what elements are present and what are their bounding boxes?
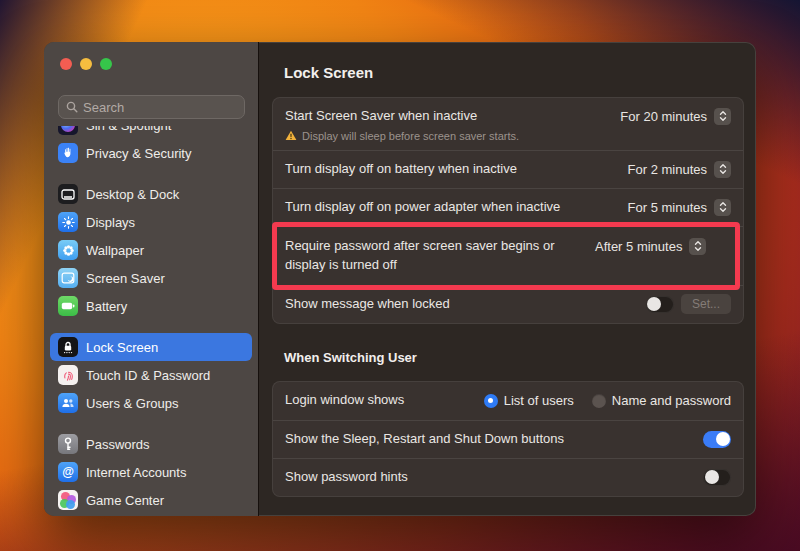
switching-user-settings-group: Login window shows List of users Name an… [272,381,744,497]
selected-value: For 5 minutes [628,200,707,215]
sidebar-item-lock-screen[interactable]: Lock Screen [50,333,252,361]
row-label: Show the Sleep, Restart and Shut Down bu… [285,430,703,449]
row-start-screen-saver: Start Screen Saver when inactive For 20 … [273,98,743,150]
lock-screen-settings-group: Start Screen Saver when inactive For 20 … [272,97,744,324]
row-require-password: Require password after screen saver begi… [273,226,743,285]
row-label: Show password hints [285,468,703,487]
up-down-chevrons-icon [719,163,727,175]
row-show-sleep-restart-shutdown: Show the Sleep, Restart and Shut Down bu… [273,420,743,458]
sidebar-item-game-center[interactable]: Game Center [50,486,252,514]
zoom-button[interactable] [100,58,112,70]
sidebar-item-displays[interactable]: Displays [50,208,252,236]
selected-value: For 2 minutes [628,162,707,177]
sidebar-item-wallpaper[interactable]: Wallpaper [50,236,252,264]
radio-list-of-users[interactable]: List of users [484,393,574,408]
sidebar-item-label: Wallpaper [86,243,144,258]
radio-selected-icon [484,394,498,408]
row-display-off-power-adapter: Turn display off on power adapter when i… [273,188,743,226]
warning-text: Display will sleep before screen saver s… [302,130,519,142]
game-center-icon [58,490,78,510]
privacy-hand-icon [58,143,78,163]
row-display-off-battery: Turn display off on battery when inactiv… [273,150,743,188]
page-title: Lock Screen [284,64,744,81]
sidebar-item-label: Displays [86,215,135,230]
users-icon [58,393,78,413]
lock-screen-pane: Lock Screen Start Screen Saver when inac… [259,42,756,516]
fingerprint-icon [58,365,78,385]
up-down-chevrons-icon [694,240,702,252]
at-sign-icon: @ [58,462,78,482]
sidebar-item-desktop-dock[interactable]: Desktop & Dock [50,180,252,208]
row-label: Show message when locked [285,295,646,314]
sidebar-item-label: Internet Accounts [86,465,186,480]
sidebar-group-gap [50,320,252,333]
screen-saver-icon [58,268,78,288]
sidebar-item-touch-id-password[interactable]: Touch ID & Password [50,361,252,389]
up-down-chevrons-icon [719,110,727,122]
stepper-control[interactable] [714,161,731,178]
system-settings-window: Search Siri & Spotlight Privacy & Securi… [44,42,756,516]
search-icon [66,101,78,113]
battery-icon [58,296,78,316]
window-controls [60,58,112,70]
wallpaper-flower-icon [58,240,78,260]
selected-value: For 20 minutes [620,109,707,124]
sidebar-item-label: Game Center [86,493,164,508]
row-label: Turn display off on battery when inactiv… [285,160,628,179]
search-placeholder: Search [83,100,124,115]
radio-name-and-password[interactable]: Name and password [592,393,731,408]
sidebar-item-battery[interactable]: Battery [50,292,252,320]
sidebar-item-privacy-security[interactable]: Privacy & Security [50,139,252,167]
warning-caption: Display will sleep before screen saver s… [285,130,731,142]
selected-value: After 5 minutes [595,239,682,254]
sidebar-item-label: Battery [86,299,127,314]
sidebar-item-label: Privacy & Security [86,146,191,161]
warning-icon [285,130,297,141]
password-hints-toggle[interactable] [703,469,731,486]
set-message-button[interactable]: Set... [681,294,731,314]
row-show-message-when-locked: Show message when locked Set... [273,285,743,323]
sidebar-group-gap [50,417,252,430]
sidebar-item-label: Passwords [86,437,150,452]
minimize-button[interactable] [80,58,92,70]
close-button[interactable] [60,58,72,70]
stepper-control[interactable] [714,108,731,125]
row-label: Require password after screen saver begi… [285,237,595,275]
desktop-wallpaper: { "window": { "app": "System Settings" }… [0,0,800,551]
siri-icon [58,126,78,135]
stepper-control[interactable] [689,238,706,255]
sidebar-item-screen-saver[interactable]: Screen Saver [50,264,252,292]
key-icon [58,434,78,454]
sidebar-item-label: Siri & Spotlight [86,126,171,133]
search-input[interactable]: Search [58,95,245,119]
sidebar-group-gap [50,167,252,180]
row-label: Turn display off on power adapter when i… [285,198,628,217]
stepper-control[interactable] [714,199,731,216]
lock-icon [58,337,78,357]
row-label: Login window shows [285,391,484,410]
sleep-restart-shutdown-toggle[interactable] [703,431,731,448]
sidebar-item-label: Touch ID & Password [86,368,210,383]
show-message-toggle[interactable] [646,296,674,313]
section-title-when-switching-user: When Switching User [284,350,744,365]
sidebar-item-label: Screen Saver [86,271,165,286]
row-label: Start Screen Saver when inactive [285,107,620,126]
sidebar-item-label: Lock Screen [86,340,158,355]
displays-sun-icon [58,212,78,232]
sidebar-item-users-groups[interactable]: Users & Groups [50,389,252,417]
sidebar-item-label: Users & Groups [86,396,178,411]
radio-label: Name and password [612,393,731,408]
up-down-chevrons-icon [719,201,727,213]
sidebar-item-siri-spotlight[interactable]: Siri & Spotlight [50,126,252,139]
sidebar-item-passwords[interactable]: Passwords [50,430,252,458]
sidebar-list: Siri & Spotlight Privacy & Security Desk… [50,126,252,516]
radio-unselected-icon [592,394,606,408]
desktop-dock-icon [58,184,78,204]
sidebar-item-label: Desktop & Dock [86,187,179,202]
sidebar: Search Siri & Spotlight Privacy & Securi… [44,42,259,516]
row-show-password-hints: Show password hints [273,458,743,496]
radio-label: List of users [504,393,574,408]
sidebar-item-internet-accounts[interactable]: @ Internet Accounts [50,458,252,486]
row-login-window-shows: Login window shows List of users Name an… [273,382,743,420]
